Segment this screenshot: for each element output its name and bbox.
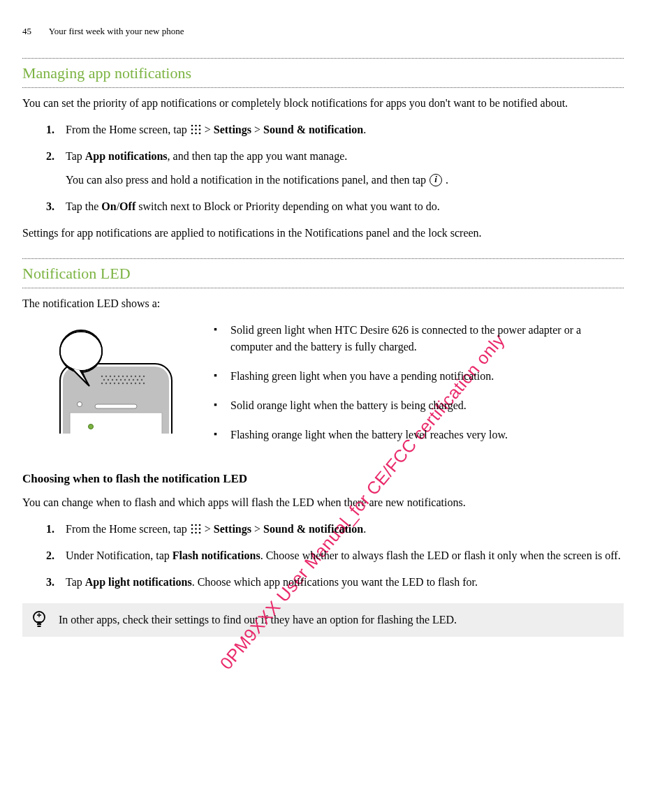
svg-rect-12 [95,404,137,408]
svg-point-5 [198,128,200,131]
svg-point-37 [114,382,115,383]
section-divider [22,87,624,88]
steps-list: From the Home screen, tap > Settings > S… [46,521,624,591]
svg-point-35 [105,382,107,383]
subsection-intro: You can change when to flash and which a… [22,494,624,511]
step-bold: App notifications [85,150,168,162]
chapter-title: Your first week with your new phone [49,26,184,36]
svg-point-41 [131,382,132,383]
svg-point-32 [137,378,138,380]
steps-list: From the Home screen, tap > Settings > S… [46,121,624,215]
step-text: From the Home screen, tap [66,523,190,535]
svg-point-1 [195,124,197,126]
svg-point-29 [124,378,126,380]
step-substep: You can also press and hold a notificati… [66,172,624,189]
svg-point-31 [133,378,134,380]
list-item: Flashing orange light when the battery l… [214,427,624,443]
svg-point-55 [191,532,193,534]
svg-point-46 [89,424,94,429]
step-text: . [363,124,366,135]
svg-point-21 [135,375,136,376]
bulb-icon [29,610,49,630]
step-bold: Sound & notification [263,124,363,135]
step-item: Under Notification, tap Flash notificati… [46,547,624,564]
substep-text: . [443,174,448,186]
svg-point-24 [103,378,105,380]
svg-point-7 [195,132,197,134]
svg-point-44 [143,382,145,383]
svg-point-43 [139,382,140,383]
led-list: Solid green light when HTC Desire 626 is… [214,322,624,456]
section-divider [22,258,624,259]
svg-point-56 [195,532,197,534]
svg-point-15 [110,375,111,376]
info-icon [430,174,442,186]
tip-text: In other apps, check their settings to f… [59,612,617,628]
svg-point-17 [118,375,119,376]
svg-point-25 [108,378,109,380]
svg-point-39 [122,382,124,383]
svg-point-45 [78,401,82,406]
step-item: From the Home screen, tap > Settings > S… [46,521,624,538]
section-outro: Settings for app notifications are appli… [22,225,624,242]
svg-point-3 [191,128,193,131]
step-text: . Choose whether to always flash the LED… [260,549,621,561]
step-text: , and then tap the app you want manage. [168,150,348,162]
svg-point-27 [116,378,117,380]
step-text: Under Notification, tap [66,549,172,561]
step-bold: Flash notifications [172,549,260,561]
svg-point-57 [198,532,200,534]
section-title: Notification LED [22,262,624,285]
svg-point-28 [120,378,122,380]
svg-point-8 [198,132,200,134]
svg-point-18 [122,375,124,376]
svg-point-2 [198,124,200,126]
substep-text: You can also press and hold a notificati… [66,174,429,186]
list-item: Solid orange light when the battery is b… [214,397,624,414]
svg-point-16 [114,375,115,376]
svg-point-19 [126,375,128,376]
list-item: Solid green light when HTC Desire 626 is… [214,322,624,355]
svg-point-52 [191,528,193,530]
apps-grid-icon [191,524,201,534]
step-bold: On [101,200,116,212]
svg-point-6 [191,132,193,134]
svg-point-33 [141,378,142,380]
svg-point-53 [195,528,197,530]
step-text: . Choose which app notifications you wan… [192,576,478,588]
step-item: Tap App light notifications. Choose whic… [46,574,624,591]
section-intro: The notification LED shows a: [22,295,624,312]
step-item: From the Home screen, tap > Settings > S… [46,121,624,138]
step-item: Tap App notifications, and then tap the … [46,148,624,189]
list-item: Flashing green light when you have a pen… [214,368,624,385]
step-text: Tap the [66,200,101,212]
svg-rect-11 [70,413,162,434]
step-bold: Off [119,200,135,212]
svg-point-23 [143,375,145,376]
svg-point-48 [61,332,101,370]
led-block: Solid green light when HTC Desire 626 is… [22,322,624,456]
section-title: Managing app notifications [22,61,624,84]
section-divider [22,58,624,59]
step-text: switch next to Block or Priority dependi… [135,200,440,212]
step-text: From the Home screen, tap [66,124,190,135]
svg-point-22 [139,375,140,376]
step-bold: Settings [214,523,251,535]
svg-point-42 [135,382,136,383]
section-intro: You can set the priority of app notifica… [22,95,624,112]
tip-box: In other apps, check their settings to f… [22,603,624,637]
apps-grid-icon [191,124,201,135]
step-text: Tap [66,576,85,588]
step-text: > [202,523,214,535]
svg-point-36 [110,382,111,383]
step-bold: App light notifications [85,576,192,588]
step-bold: Sound & notification [263,523,363,535]
svg-point-14 [105,375,107,376]
step-text: > [202,124,214,135]
step-text: . [363,523,366,535]
subsection-title: Choosing when to flash the notification … [22,470,624,488]
svg-point-13 [101,375,103,376]
svg-point-51 [198,524,200,526]
step-text: > [251,523,263,535]
step-text: > [251,124,263,135]
